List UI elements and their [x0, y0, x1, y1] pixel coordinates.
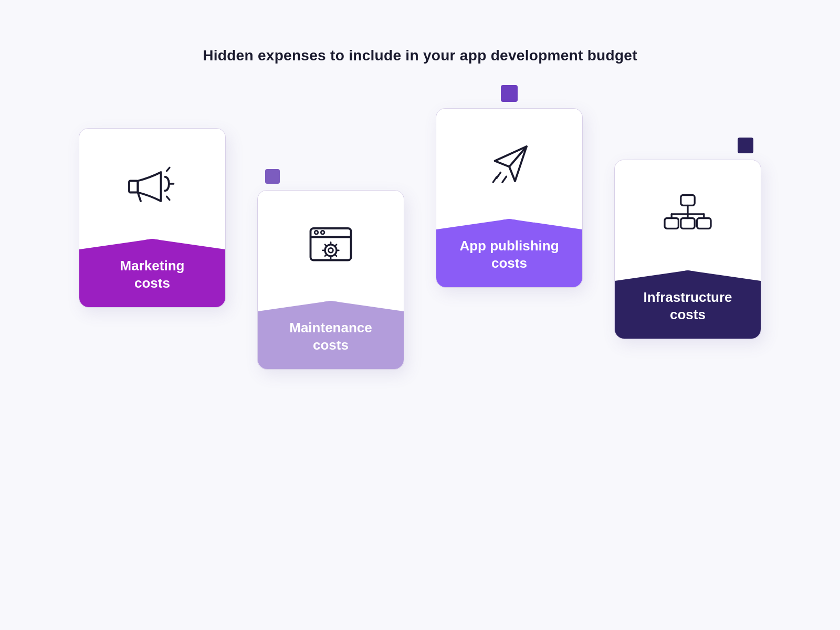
corner-square-infrastructure: [738, 138, 753, 153]
hierarchy-icon: [659, 186, 717, 244]
cards-container: Marketing costs: [37, 106, 803, 370]
card-label-marketing-2: costs: [134, 275, 170, 291]
send-icon: [480, 135, 538, 193]
card-wrapper-infrastructure: Infrastructure costs: [614, 138, 761, 339]
svg-point-6: [314, 230, 318, 234]
card-top-infrastructure: [615, 160, 761, 270]
card-bottom-marketing: Marketing costs: [79, 239, 225, 307]
card-infrastructure: Infrastructure costs: [614, 160, 761, 339]
svg-line-1: [167, 167, 170, 171]
card-publishing: App publishing costs: [436, 108, 583, 288]
card-marketing: Marketing costs: [79, 128, 226, 308]
card-label-publishing: App publishing: [459, 238, 559, 254]
card-label-publishing-2: costs: [491, 255, 527, 271]
svg-line-14: [325, 245, 327, 246]
svg-point-9: [329, 248, 333, 253]
card-wrapper-maintenance: Maintenance costs: [257, 169, 404, 370]
page-title: Hidden expenses to include in your app d…: [203, 47, 637, 64]
svg-line-17: [335, 245, 337, 246]
svg-line-21: [493, 177, 497, 182]
card-wrapper-marketing: Marketing costs: [79, 106, 226, 308]
svg-point-7: [321, 230, 324, 234]
svg-line-3: [167, 196, 170, 200]
megaphone-icon: [123, 155, 181, 213]
svg-line-16: [325, 255, 327, 256]
svg-rect-30: [681, 218, 695, 229]
browser-settings-icon: [302, 217, 360, 275]
card-bottom-maintenance: Maintenance costs: [258, 301, 404, 369]
card-top-publishing: [436, 109, 582, 219]
corner-square-publishing: [501, 85, 518, 102]
card-label-infrastructure-2: costs: [670, 307, 706, 322]
card-maintenance: Maintenance costs: [257, 190, 404, 370]
corner-square-marketing: [89, 106, 106, 123]
card-label-maintenance-2: costs: [313, 337, 349, 353]
svg-rect-29: [665, 218, 678, 229]
card-label-maintenance: Maintenance: [289, 320, 372, 335]
card-top-maintenance: [258, 191, 404, 301]
svg-rect-31: [697, 218, 711, 229]
card-bottom-infrastructure: Infrastructure costs: [615, 270, 761, 339]
card-wrapper-publishing: App publishing costs: [436, 85, 583, 288]
corner-square-maintenance: [265, 169, 280, 184]
card-bottom-publishing: App publishing costs: [436, 219, 582, 287]
svg-line-15: [335, 255, 337, 256]
card-label-marketing: Marketing: [120, 258, 185, 274]
svg-rect-23: [681, 195, 695, 206]
svg-rect-0: [129, 181, 138, 193]
card-top-marketing: [79, 129, 225, 239]
card-label-infrastructure: Infrastructure: [643, 289, 732, 305]
svg-line-22: [502, 176, 507, 182]
